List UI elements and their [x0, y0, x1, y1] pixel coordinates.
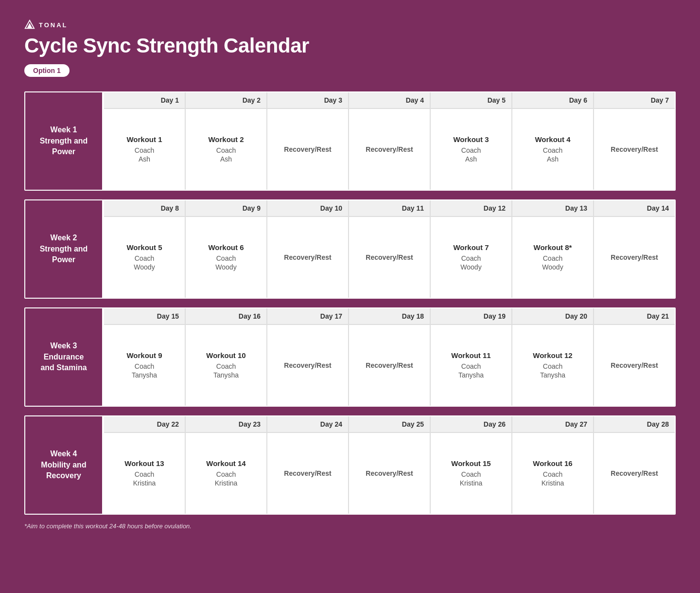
day-cell-week4-day6: Day 27Workout 16Coach Kristina	[511, 416, 593, 514]
footnote: *Aim to complete this workout 24-48 hour…	[24, 522, 676, 530]
workout-name-week4-day6: Workout 16	[533, 459, 572, 468]
day-content-week1-day4: Recovery/Rest	[349, 109, 430, 190]
day-cell-week1-day3: Day 3Recovery/Rest	[266, 92, 348, 190]
recovery-text-week4-day4: Recovery/Rest	[366, 469, 413, 477]
day-header-week4-day3: Day 24	[267, 416, 348, 433]
workout-name-week3-day2: Workout 10	[206, 351, 245, 360]
day-content-week3-day3: Recovery/Rest	[267, 325, 348, 406]
recovery-text-week3-day7: Recovery/Rest	[611, 361, 658, 369]
day-content-week4-day3: Recovery/Rest	[267, 433, 348, 514]
workout-name-week2-day6: Workout 8*	[534, 243, 572, 252]
day-cell-week1-day6: Day 6Workout 4Coach Ash	[511, 92, 593, 190]
day-cell-week4-day7: Day 28Recovery/Rest	[593, 416, 675, 514]
day-cell-week4-day2: Day 23Workout 14Coach Kristina	[185, 416, 266, 514]
workout-name-week3-day6: Workout 12	[533, 351, 572, 360]
day-cell-week3-day6: Day 20Workout 12Coach Tanysha	[511, 308, 593, 406]
day-header-week2-day2: Day 9	[186, 200, 266, 217]
day-cell-week1-day4: Day 4Recovery/Rest	[348, 92, 430, 190]
workout-name-week2-day2: Workout 6	[208, 243, 244, 252]
week-row-4: Week 4 Mobility and RecoveryDay 22Workou…	[24, 415, 676, 515]
day-header-week2-day7: Day 14	[594, 200, 675, 217]
day-header-week1-day2: Day 2	[186, 92, 266, 109]
day-header-week2-day6: Day 13	[512, 200, 593, 217]
day-header-week3-day6: Day 20	[512, 308, 593, 325]
day-content-week4-day2: Workout 14Coach Kristina	[186, 433, 266, 514]
day-header-week2-day1: Day 8	[104, 200, 185, 217]
week-row-2: Week 2 Strength and PowerDay 8Workout 5C…	[24, 199, 676, 299]
day-content-week1-day1: Workout 1Coach Ash	[104, 109, 185, 190]
day-cell-week3-day5: Day 19Workout 11Coach Tanysha	[430, 308, 511, 406]
recovery-text-week2-day3: Recovery/Rest	[284, 253, 331, 261]
day-cell-week2-day3: Day 10Recovery/Rest	[266, 200, 348, 298]
day-content-week1-day7: Recovery/Rest	[594, 109, 675, 190]
workout-name-week1-day6: Workout 4	[535, 135, 570, 144]
day-header-week1-day3: Day 3	[267, 92, 348, 109]
logo-container: TONAL	[24, 19, 676, 30]
day-cell-week1-day5: Day 5Workout 3Coach Ash	[430, 92, 511, 190]
recovery-text-week1-day4: Recovery/Rest	[366, 145, 413, 153]
day-content-week3-day5: Workout 11Coach Tanysha	[431, 325, 511, 406]
day-header-week1-day1: Day 1	[104, 92, 185, 109]
day-cell-week3-day3: Day 17Recovery/Rest	[266, 308, 348, 406]
coach-name-week3-day5: Coach Tanysha	[458, 362, 484, 379]
recovery-text-week2-day7: Recovery/Rest	[611, 253, 658, 261]
day-content-week4-day6: Workout 16Coach Kristina	[512, 433, 593, 514]
day-content-week4-day5: Workout 15Coach Kristina	[431, 433, 511, 514]
week-label-2: Week 2 Strength and Power	[25, 200, 103, 298]
day-header-week4-day1: Day 22	[104, 416, 185, 433]
day-header-week4-day4: Day 25	[349, 416, 430, 433]
day-header-week1-day5: Day 5	[431, 92, 511, 109]
day-header-week1-day7: Day 7	[594, 92, 675, 109]
day-content-week2-day4: Recovery/Rest	[349, 217, 430, 298]
day-content-week2-day3: Recovery/Rest	[267, 217, 348, 298]
day-cell-week2-day5: Day 12Workout 7Coach Woody	[430, 200, 511, 298]
week-label-text-1: Week 1 Strength and Power	[40, 125, 88, 157]
day-cell-week4-day5: Day 26Workout 15Coach Kristina	[430, 416, 511, 514]
day-content-week1-day2: Workout 2Coach Ash	[186, 109, 266, 190]
coach-name-week4-day5: Coach Kristina	[460, 470, 483, 487]
day-content-week3-day2: Workout 10Coach Tanysha	[186, 325, 266, 406]
recovery-text-week1-day3: Recovery/Rest	[284, 145, 331, 153]
week-label-4: Week 4 Mobility and Recovery	[25, 416, 103, 514]
day-content-week4-day1: Workout 13Coach Kristina	[104, 433, 185, 514]
day-content-week1-day6: Workout 4Coach Ash	[512, 109, 593, 190]
day-content-week3-day7: Recovery/Rest	[594, 325, 675, 406]
day-header-week3-day3: Day 17	[267, 308, 348, 325]
day-content-week1-day3: Recovery/Rest	[267, 109, 348, 190]
day-cell-week4-day1: Day 22Workout 13Coach Kristina	[103, 416, 185, 514]
recovery-text-week3-day3: Recovery/Rest	[284, 361, 331, 369]
week-label-1: Week 1 Strength and Power	[25, 92, 103, 190]
day-cell-week1-day1: Day 1Workout 1Coach Ash	[103, 92, 185, 190]
week-label-text-4: Week 4 Mobility and Recovery	[41, 449, 86, 481]
day-header-week4-day2: Day 23	[186, 416, 266, 433]
coach-name-week2-day1: Coach Woody	[134, 254, 155, 271]
day-header-week3-day4: Day 18	[349, 308, 430, 325]
coach-name-week3-day2: Coach Tanysha	[213, 362, 239, 379]
day-header-week4-day7: Day 28	[594, 416, 675, 433]
week-row-1: Week 1 Strength and PowerDay 1Workout 1C…	[24, 91, 676, 191]
day-cell-week2-day6: Day 13Workout 8*Coach Woody	[511, 200, 593, 298]
coach-name-week2-day2: Coach Woody	[215, 254, 236, 271]
day-header-week2-day5: Day 12	[431, 200, 511, 217]
workout-name-week1-day5: Workout 3	[453, 135, 489, 144]
day-content-week3-day1: Workout 9Coach Tanysha	[104, 325, 185, 406]
day-header-week3-day7: Day 21	[594, 308, 675, 325]
workout-name-week2-day5: Workout 7	[453, 243, 489, 252]
week-label-3: Week 3 Endurance and Stamina	[25, 308, 103, 406]
workout-name-week3-day5: Workout 11	[451, 351, 490, 360]
week-label-text-2: Week 2 Strength and Power	[40, 233, 88, 265]
day-cell-week3-day1: Day 15Workout 9Coach Tanysha	[103, 308, 185, 406]
day-content-week2-day5: Workout 7Coach Woody	[431, 217, 511, 298]
week-label-text-3: Week 3 Endurance and Stamina	[40, 341, 87, 373]
day-header-week4-day5: Day 26	[431, 416, 511, 433]
day-content-week2-day7: Recovery/Rest	[594, 217, 675, 298]
recovery-text-week1-day7: Recovery/Rest	[611, 145, 658, 153]
day-header-week2-day4: Day 11	[349, 200, 430, 217]
day-content-week3-day6: Workout 12Coach Tanysha	[512, 325, 593, 406]
recovery-text-week2-day4: Recovery/Rest	[366, 253, 413, 261]
day-header-week1-day4: Day 4	[349, 92, 430, 109]
coach-name-week3-day1: Coach Tanysha	[132, 362, 157, 379]
day-header-week4-day6: Day 27	[512, 416, 593, 433]
day-header-week3-day1: Day 15	[104, 308, 185, 325]
workout-name-week4-day2: Workout 14	[206, 459, 245, 468]
